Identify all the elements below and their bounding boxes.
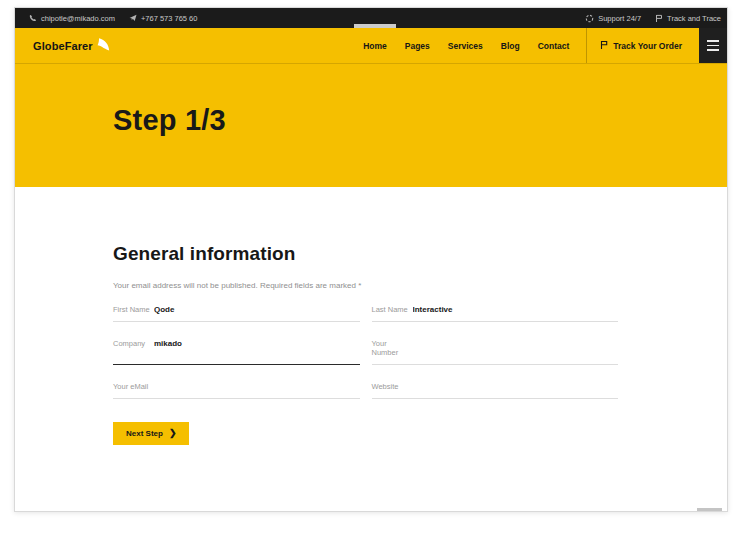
- company-input[interactable]: [154, 339, 360, 348]
- hamburger-icon: [707, 45, 719, 47]
- nav-item-services[interactable]: Services: [448, 28, 483, 63]
- site-header: GlobeFarer Home Pages Services Blog Cont…: [15, 28, 727, 63]
- page-title: Step 1/3: [113, 104, 727, 137]
- flag-icon: [655, 14, 663, 23]
- browser-page: chipotle@mikado.com +767 573 765 60 Supp…: [14, 7, 728, 512]
- flag-icon: [600, 40, 608, 52]
- general-information-form: First Name Last Name Company Your Number…: [113, 305, 618, 399]
- logo-icon: [96, 37, 111, 54]
- chevron-right-icon: ❯: [169, 429, 177, 438]
- topbar-track-trace-link[interactable]: Track and Trace: [655, 14, 721, 23]
- your-number-field: Your Number: [372, 339, 619, 365]
- form-note: Your email address will not be published…: [113, 281, 618, 290]
- nav-item-home[interactable]: Home: [363, 28, 387, 63]
- topbar-email-text: chipotle@mikado.com: [41, 14, 115, 23]
- hamburger-icon: [707, 40, 719, 42]
- next-step-label: Next Step: [126, 429, 163, 438]
- hero-banner: Step 1/3: [15, 63, 727, 187]
- topbar-phone-link[interactable]: +767 573 765 60: [129, 14, 198, 23]
- hamburger-menu-button[interactable]: [699, 28, 727, 63]
- hamburger-icon: [707, 49, 719, 51]
- first-name-input[interactable]: [154, 305, 360, 314]
- nav-item-blog[interactable]: Blog: [501, 28, 520, 63]
- nav-item-pages[interactable]: Pages: [405, 28, 430, 63]
- topbar-phone-text: +767 573 765 60: [141, 14, 198, 23]
- company-label: Company: [113, 339, 154, 348]
- last-name-field: Last Name: [372, 305, 619, 322]
- track-your-order-label: Track Your Order: [613, 41, 682, 51]
- topbar-right: Support 24/7 Track and Trace: [585, 14, 721, 23]
- first-name-field: First Name: [113, 305, 360, 322]
- logo-text: GlobeFarer: [33, 40, 93, 52]
- next-step-button[interactable]: Next Step ❯: [113, 422, 189, 445]
- last-name-input[interactable]: [413, 305, 619, 314]
- main-content: General information Your email address w…: [15, 187, 727, 445]
- first-name-label: First Name: [113, 305, 154, 314]
- topbar-left: chipotle@mikado.com +767 573 765 60: [29, 14, 197, 23]
- your-email-field: Your eMail: [113, 382, 360, 399]
- main-nav: Home Pages Services Blog Contact: [363, 28, 569, 63]
- track-your-order-button[interactable]: Track Your Order: [586, 28, 699, 63]
- section-heading: General information: [113, 243, 618, 265]
- website-field: Website: [372, 382, 619, 399]
- company-field: Company: [113, 339, 360, 365]
- your-number-input[interactable]: [413, 339, 619, 348]
- topbar-track-trace-text: Track and Trace: [667, 14, 721, 23]
- topbar-email-link[interactable]: chipotle@mikado.com: [29, 14, 115, 23]
- your-number-label: Your Number: [372, 339, 413, 357]
- website-input[interactable]: [413, 382, 619, 391]
- phone-icon: [29, 14, 37, 22]
- logo[interactable]: GlobeFarer: [15, 28, 111, 63]
- paper-plane-icon: [129, 14, 137, 22]
- nav-item-contact[interactable]: Contact: [538, 28, 570, 63]
- your-email-label: Your eMail: [113, 382, 154, 391]
- website-label: Website: [372, 382, 413, 391]
- your-email-input[interactable]: [154, 382, 360, 391]
- screenshot-stage: chipotle@mikado.com +767 573 765 60 Supp…: [0, 0, 756, 540]
- last-name-label: Last Name: [372, 305, 413, 314]
- topbar-support-text: Support 24/7: [598, 14, 641, 23]
- horizontal-scrollbar-thumb[interactable]: [697, 508, 722, 511]
- header-spacer: [111, 28, 363, 63]
- support-icon: [585, 14, 594, 23]
- topbar-support-link[interactable]: Support 24/7: [585, 14, 641, 23]
